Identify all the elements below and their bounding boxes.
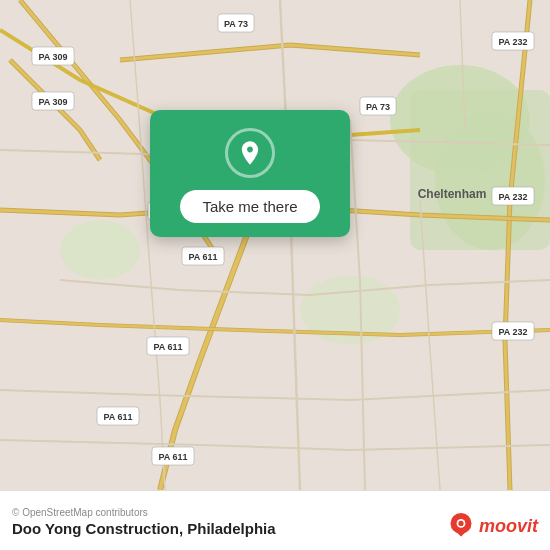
svg-text:PA 611: PA 611 [158,452,187,462]
take-me-there-button[interactable]: Take me there [180,190,319,223]
svg-rect-3 [410,90,550,250]
bottom-bar: © OpenStreetMap contributors Doo Yong Co… [0,490,550,550]
svg-text:PA 611: PA 611 [103,412,132,422]
svg-text:PA 232: PA 232 [498,37,527,47]
svg-text:Cheltenham: Cheltenham [418,187,487,201]
moovit-brand-text: moovit [479,516,538,537]
svg-point-33 [458,521,463,526]
location-pin-icon [236,139,264,167]
svg-text:PA 232: PA 232 [498,327,527,337]
svg-text:PA 309: PA 309 [38,52,67,62]
map-view: PA 73 PA 73 PA 232 PA 232 PA 232 PA 309 … [0,0,550,490]
location-icon-wrapper [225,128,275,178]
moovit-brand-icon [447,512,475,540]
location-popup: Take me there [150,110,350,237]
moovit-logo: moovit [447,512,538,540]
svg-text:PA 73: PA 73 [224,19,248,29]
place-name: Doo Yong Construction, Philadelphia [12,520,276,537]
svg-text:PA 611: PA 611 [188,252,217,262]
svg-text:PA 309: PA 309 [38,97,67,107]
svg-text:PA 611: PA 611 [153,342,182,352]
svg-text:PA 73: PA 73 [366,102,390,112]
svg-point-4 [60,220,140,280]
svg-text:PA 232: PA 232 [498,192,527,202]
